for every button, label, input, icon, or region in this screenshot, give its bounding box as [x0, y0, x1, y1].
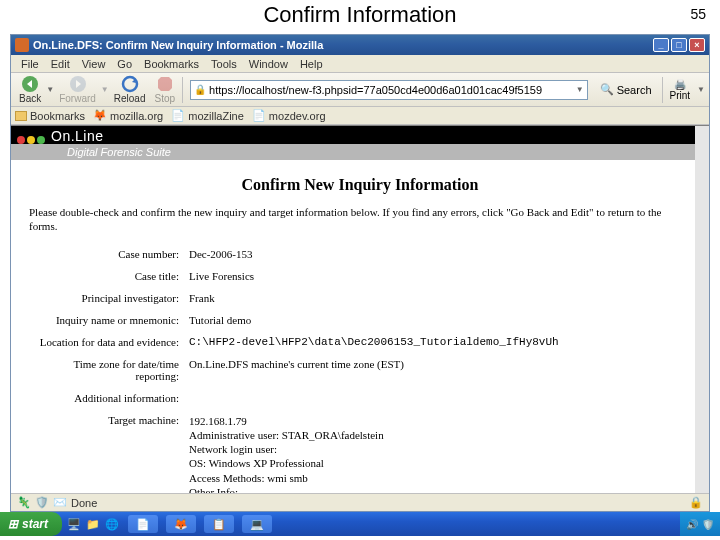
- label-additional: Additional information:: [29, 392, 189, 404]
- menu-help[interactable]: Help: [294, 57, 329, 71]
- back-button[interactable]: Back: [15, 74, 45, 105]
- page-number: 55: [690, 6, 706, 22]
- menu-bookmarks[interactable]: Bookmarks: [138, 57, 205, 71]
- slide-title: Confirm Information: [263, 2, 456, 28]
- page-viewport: On.Line Digital Forensic Suite Confirm N…: [11, 125, 709, 493]
- close-button[interactable]: ×: [689, 38, 705, 52]
- link-icon: 🦊: [93, 109, 107, 122]
- brand-tagline: Digital Forensic Suite: [11, 144, 709, 160]
- stop-icon: [156, 75, 174, 93]
- print-button[interactable]: 🖨️ Print: [666, 78, 695, 102]
- link-icon: 📄: [171, 109, 185, 122]
- value-pi: Frank: [189, 292, 691, 304]
- window-titlebar: On.Line.DFS: Confirm New Inquiry Informa…: [11, 35, 709, 55]
- value-location: C:\HFP2-devel\HFP2\data\Dec2006153_Tutor…: [189, 336, 691, 348]
- value-additional: [189, 392, 691, 404]
- brand-label: On.Line: [51, 128, 104, 144]
- dropdown-icon[interactable]: ▼: [576, 85, 584, 94]
- system-tray[interactable]: 🔊 🛡️: [680, 512, 720, 536]
- folder-icon: [15, 111, 27, 121]
- yellow-dot-icon: [27, 136, 35, 144]
- value-timezone: On.Line.DFS machine's current time zone …: [189, 358, 691, 382]
- url-text: https://localhost/new-f3.phpsid=77a050cd…: [209, 84, 542, 96]
- red-dot-icon: [17, 136, 25, 144]
- browser-window: On.Line.DFS: Confirm New Inquiry Informa…: [10, 34, 710, 512]
- shield-icon: 🛡️: [35, 496, 49, 509]
- taskbar-item[interactable]: 📋: [204, 515, 234, 533]
- menu-view[interactable]: View: [76, 57, 112, 71]
- maximize-button[interactable]: □: [671, 38, 687, 52]
- menu-window[interactable]: Window: [243, 57, 294, 71]
- padlock-icon: 🔒: [689, 496, 703, 509]
- svg-point-2: [123, 77, 137, 91]
- dropdown-icon[interactable]: ▼: [101, 85, 109, 94]
- tray-icon: 🔊: [686, 519, 698, 530]
- menu-edit[interactable]: Edit: [45, 57, 76, 71]
- reload-button[interactable]: Reload: [110, 74, 150, 105]
- app-icon: 📋: [212, 518, 226, 531]
- bookmark-mozilla[interactable]: 🦊mozilla.org: [93, 109, 163, 122]
- lock-icon: 🔒: [194, 84, 206, 95]
- taskbar-item[interactable]: 🦊: [166, 515, 196, 533]
- label-target: Target machine:: [29, 414, 189, 494]
- label-case-title: Case title:: [29, 270, 189, 282]
- menu-go[interactable]: Go: [111, 57, 138, 71]
- app-favicon: [15, 38, 29, 52]
- intro-text: Please double-check and confirm the new …: [29, 206, 691, 234]
- value-case-title: Live Forensics: [189, 270, 691, 282]
- value-target: 192.168.1.79 Administrative user: STAR_O…: [189, 414, 691, 494]
- menu-file[interactable]: File: [15, 57, 45, 71]
- bookmarks-folder[interactable]: Bookmarks: [15, 110, 85, 122]
- label-case-number: Case number:: [29, 248, 189, 260]
- dropdown-icon[interactable]: ▼: [46, 85, 54, 94]
- throbber-icon: 🦎: [17, 496, 31, 509]
- taskbar-item[interactable]: 📄: [128, 515, 158, 533]
- back-arrow-icon: [21, 75, 39, 93]
- target-admin: Administrative user: STAR_ORA\fadelstein: [189, 428, 691, 442]
- search-button[interactable]: 🔍 Search: [593, 80, 659, 99]
- forward-arrow-icon: [69, 75, 87, 93]
- quicklaunch-icon[interactable]: 🌐: [104, 516, 120, 532]
- svg-marker-3: [158, 77, 172, 91]
- start-button[interactable]: ⊞ start: [0, 512, 62, 536]
- start-flag-icon: ⊞: [8, 517, 18, 531]
- value-mnemonic: Tutorial demo: [189, 314, 691, 326]
- status-text: Done: [71, 497, 97, 509]
- bookmark-mozdev[interactable]: 📄mozdev.org: [252, 109, 326, 122]
- quicklaunch-icon[interactable]: 🖥️: [66, 516, 82, 532]
- menu-tools[interactable]: Tools: [205, 57, 243, 71]
- link-icon: 📄: [252, 109, 266, 122]
- minimize-button[interactable]: _: [653, 38, 669, 52]
- target-other: Other Info:: [189, 485, 691, 493]
- page-heading: Confirm New Inquiry Information: [29, 176, 691, 194]
- search-icon: 🔍: [600, 83, 614, 96]
- label-location: Location for data and evidence:: [29, 336, 189, 348]
- app-icon: 📄: [136, 518, 150, 531]
- window-title: On.Line.DFS: Confirm New Inquiry Informa…: [33, 39, 653, 51]
- target-ip: 192.168.1.79: [189, 414, 691, 428]
- app-icon: 🦊: [174, 518, 188, 531]
- stop-button[interactable]: Stop: [150, 74, 179, 105]
- printer-icon: 🖨️: [674, 79, 686, 90]
- taskbar-item[interactable]: 💻: [242, 515, 272, 533]
- app-icon: 💻: [250, 518, 264, 531]
- quicklaunch-icon[interactable]: 📁: [85, 516, 101, 532]
- target-netlogin: Network login user:: [189, 442, 691, 456]
- label-mnemonic: Inquiry name or mnemonic:: [29, 314, 189, 326]
- app-banner: On.Line Digital Forensic Suite: [11, 126, 709, 160]
- bookmarks-toolbar: Bookmarks 🦊mozilla.org 📄mozillaZine 📄moz…: [11, 107, 709, 125]
- label-timezone: Time zone for date/time reporting:: [29, 358, 189, 382]
- dropdown-icon[interactable]: ▼: [697, 85, 705, 94]
- label-pi: Principal investigator:: [29, 292, 189, 304]
- scrollbar[interactable]: [695, 126, 709, 493]
- status-bar: 🦎 🛡️ ✉️ Done 🔒: [11, 493, 709, 511]
- green-dot-icon: [37, 136, 45, 144]
- forward-button[interactable]: Forward: [55, 74, 100, 105]
- reload-icon: [121, 75, 139, 93]
- address-bar[interactable]: 🔒 https://localhost/new-f3.phpsid=77a050…: [190, 80, 588, 100]
- bookmark-mozillazine[interactable]: 📄mozillaZine: [171, 109, 244, 122]
- menu-bar: File Edit View Go Bookmarks Tools Window…: [11, 55, 709, 73]
- mail-icon: ✉️: [53, 496, 67, 509]
- value-case-number: Dec-2006-153: [189, 248, 691, 260]
- nav-toolbar: Back ▼ Forward ▼ Reload Stop 🔒 https://l…: [11, 73, 709, 107]
